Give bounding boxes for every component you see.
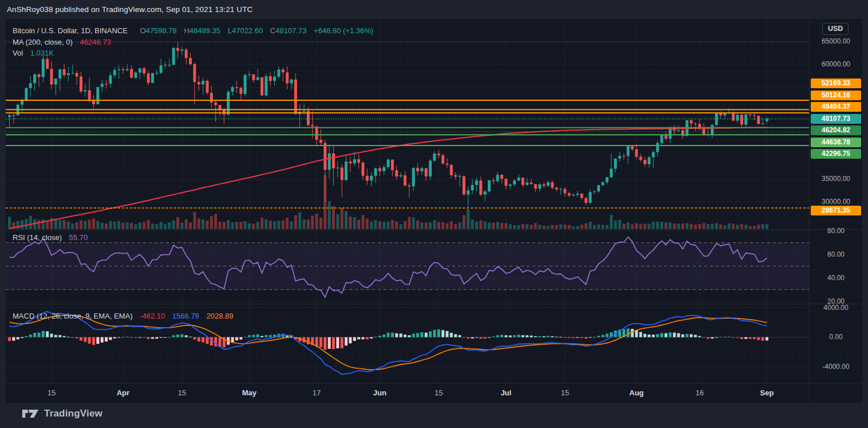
volume-bar [294, 215, 297, 229]
candle [509, 183, 512, 189]
macd-histogram-bar [673, 333, 676, 337]
macd-histogram-bar [635, 331, 638, 337]
pane-separator-macd[interactable] [6, 304, 862, 304]
macd-histogram-bar [736, 337, 739, 338]
macd-histogram-bar [21, 337, 23, 338]
volume-bar [345, 211, 348, 229]
macd-histogram-bar [58, 335, 61, 337]
macd-histogram-bar [412, 333, 415, 337]
macd-histogram-bar [345, 337, 348, 346]
macd-histogram-bar [568, 337, 571, 338]
candle [391, 159, 394, 176]
volume-bar [139, 222, 141, 229]
volume-bar [155, 224, 158, 229]
volume-bar [445, 223, 448, 229]
volume-label[interactable]: Vol [13, 49, 23, 57]
candle [42, 56, 45, 83]
main-price-tick: 35000.00 [811, 174, 861, 183]
macd-histogram-bar [67, 337, 70, 337]
volume-bar [517, 225, 520, 229]
ma-label[interactable]: MA (200, close, 0) [13, 38, 73, 46]
candle [740, 113, 743, 127]
macd-histogram-bar [54, 335, 57, 337]
macd-histogram-bar [665, 333, 668, 337]
macd-histogram-bar [374, 337, 377, 337]
candle [155, 69, 158, 75]
macd-histogram-bar [640, 332, 642, 337]
volume-bar [572, 226, 575, 229]
close-label: C [270, 26, 275, 35]
macd-histogram-bar [130, 337, 133, 338]
macd-histogram-bar [753, 337, 756, 339]
candle [437, 150, 440, 159]
volume-bar [332, 206, 335, 229]
macd-histogram-bar [488, 337, 491, 338]
candle [29, 76, 32, 96]
macd-hist-value: -462.10 [140, 312, 165, 320]
macd-histogram-bar [361, 337, 364, 340]
candles [8, 42, 768, 207]
time-axis-label: Apr [111, 388, 136, 398]
candle [206, 79, 208, 95]
volume-bar [547, 226, 550, 229]
macd-label[interactable]: MACD (12, 26, close, 9, EMA, EMA) [13, 312, 133, 320]
rsi-legend[interactable]: RSI (14, close) 55.70 [13, 233, 88, 242]
candle [315, 126, 318, 147]
time-axis-label: Jul [494, 388, 519, 398]
ma-legend[interactable]: MA (200, close, 0) 46246.73 [13, 38, 111, 46]
volume-bar [648, 223, 650, 229]
volume-bar [109, 221, 112, 229]
macd-histogram-bar [416, 333, 419, 337]
chart-svg[interactable] [6, 19, 862, 403]
volume-bar [685, 223, 688, 229]
macd-histogram-bar [471, 337, 474, 339]
macd-histogram-bar [715, 337, 718, 338]
volume-bar [509, 224, 512, 229]
main-legend[interactable]: Bitcoin / U.S. Dollar, 1D, BINANCE O4759… [13, 26, 373, 35]
volume-bar [513, 225, 516, 229]
macd-histogram-bar [336, 337, 339, 348]
volume-bar [551, 225, 554, 229]
pane-separator-rsi[interactable] [6, 229, 862, 230]
macd-histogram-bar [719, 337, 722, 337]
chart-panel[interactable]: Bitcoin / U.S. Dollar, 1D, BINANCE O4759… [6, 19, 862, 403]
macd-histogram-bar [63, 336, 66, 337]
candle [189, 53, 192, 65]
candle [21, 99, 23, 113]
macd-histogram-bar [269, 335, 272, 337]
macd-histogram-bar [160, 337, 163, 338]
volume-bar [530, 225, 532, 229]
macd-legend[interactable]: MACD (12, 26, close, 9, EMA, EMA) -462.1… [13, 312, 233, 320]
rsi-label[interactable]: RSI (14, close) [13, 233, 62, 242]
candle [332, 146, 335, 186]
volume-bar [467, 209, 469, 229]
candle [496, 172, 499, 183]
macd-histogram-bar [189, 337, 192, 337]
price-level-badge: 46204.82 [811, 125, 861, 135]
candle [8, 113, 11, 127]
macd-histogram-bar [71, 337, 74, 338]
candle [239, 87, 242, 100]
candle [193, 62, 196, 104]
volume-legend[interactable]: Vol 1.031K [13, 49, 54, 57]
candle [277, 66, 280, 78]
macd-histogram-bar [341, 337, 344, 348]
candle [703, 123, 705, 136]
macd-histogram-bar [202, 337, 204, 343]
candle [610, 154, 613, 178]
volume-bar [471, 219, 474, 229]
volume-bar [416, 221, 419, 229]
candle [568, 191, 571, 197]
volume-bar [273, 221, 276, 229]
candle [547, 180, 550, 186]
footer-brand[interactable]: TradingView [44, 408, 102, 419]
volume-bar [732, 223, 735, 229]
symbol-title[interactable]: Bitcoin / U.S. Dollar, 1D, BINANCE [13, 26, 128, 35]
candle [185, 48, 188, 64]
time-axis-separator [6, 383, 862, 383]
currency-usd-button[interactable]: USD [822, 23, 849, 35]
candle [37, 73, 40, 87]
volume-bar [353, 217, 356, 229]
volume-bar [606, 225, 609, 229]
candle [349, 156, 352, 172]
